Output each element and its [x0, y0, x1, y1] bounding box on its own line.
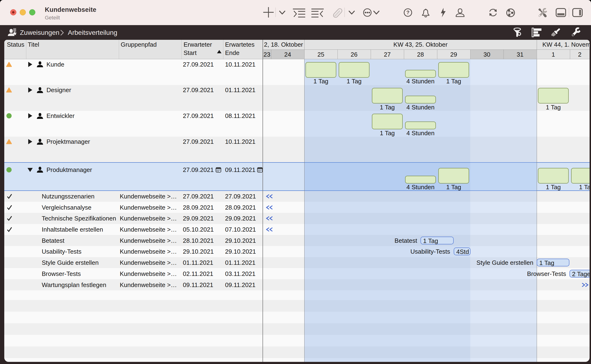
svg-text:?: ?: [406, 9, 409, 15]
